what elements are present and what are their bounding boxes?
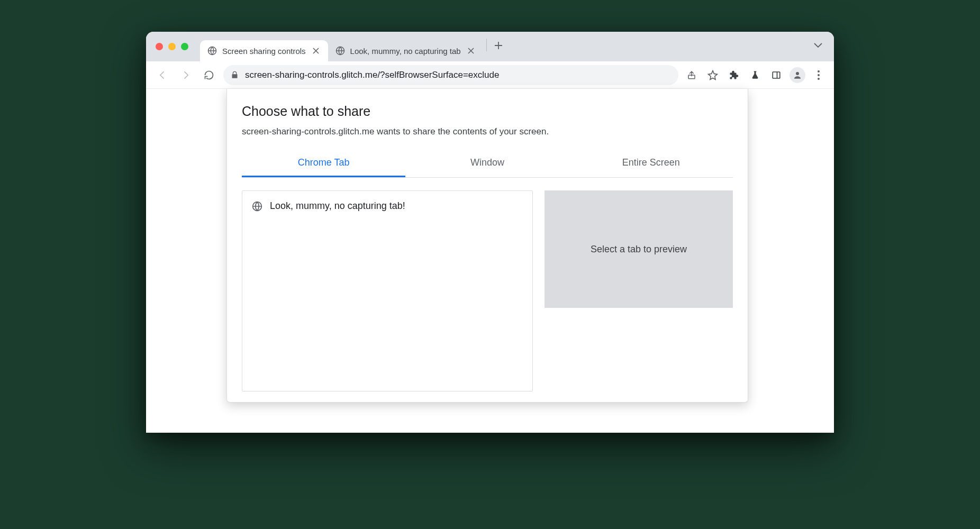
browser-tab-title: Screen sharing controls xyxy=(222,47,306,56)
reload-button[interactable] xyxy=(200,66,218,84)
forward-button[interactable] xyxy=(177,66,195,84)
svg-rect-3 xyxy=(773,72,780,78)
lock-icon xyxy=(231,71,239,79)
labs-icon[interactable] xyxy=(747,67,763,83)
new-tab-button[interactable] xyxy=(490,37,507,54)
profile-avatar[interactable] xyxy=(790,67,805,83)
source-tab-chrome-tab[interactable]: Chrome Tab xyxy=(242,151,405,177)
tab-strip: Screen sharing controls Look, mummy, no … xyxy=(146,32,834,61)
window-maximize-button[interactable] xyxy=(181,43,188,50)
preview-placeholder-text: Select a tab to preview xyxy=(591,244,687,255)
back-button[interactable] xyxy=(153,66,171,84)
globe-icon xyxy=(207,46,217,56)
extensions-icon[interactable] xyxy=(726,67,742,83)
preview-panel: Select a tab to preview xyxy=(545,190,733,308)
window-minimize-button[interactable] xyxy=(168,43,176,50)
address-bar[interactable]: screen-sharing-controls.glitch.me/?selfB… xyxy=(223,65,678,85)
source-type-tabs: Chrome Tab Window Entire Screen xyxy=(242,151,733,178)
source-picker-body: Look, mummy, no capturing tab! Select a … xyxy=(242,178,733,391)
tab-divider xyxy=(486,39,487,51)
share-icon[interactable] xyxy=(684,67,700,83)
source-tab-window[interactable]: Window xyxy=(405,151,569,177)
tab-close-button[interactable] xyxy=(466,46,476,56)
browser-window: Screen sharing controls Look, mummy, no … xyxy=(146,32,834,433)
browser-toolbar: screen-sharing-controls.glitch.me/?selfB… xyxy=(146,61,834,89)
source-tab-entire-screen[interactable]: Entire Screen xyxy=(569,151,733,177)
shareable-tab-item[interactable]: Look, mummy, no capturing tab! xyxy=(251,198,524,214)
tab-close-button[interactable] xyxy=(311,46,321,56)
shareable-tab-title: Look, mummy, no capturing tab! xyxy=(270,200,405,212)
dialog-subtitle: screen-sharing-controls.glitch.me wants … xyxy=(242,126,733,137)
kebab-menu-icon[interactable] xyxy=(811,67,827,83)
svg-point-8 xyxy=(818,78,820,80)
side-panel-icon[interactable] xyxy=(768,67,784,83)
svg-point-7 xyxy=(818,74,820,76)
browser-tab-inactive[interactable]: Look, mummy, no capturing tab xyxy=(328,40,483,61)
shareable-tab-list: Look, mummy, no capturing tab! xyxy=(242,190,533,391)
bookmark-star-icon[interactable] xyxy=(705,67,721,83)
url-text: screen-sharing-controls.glitch.me/?selfB… xyxy=(245,70,671,80)
globe-icon xyxy=(252,201,262,212)
window-controls xyxy=(156,43,188,50)
browser-tab-title: Look, mummy, no capturing tab xyxy=(350,47,461,56)
tab-overflow-button[interactable] xyxy=(814,43,828,48)
globe-icon xyxy=(335,46,345,56)
dialog-title: Choose what to share xyxy=(242,104,733,119)
browser-tab-active[interactable]: Screen sharing controls xyxy=(200,40,328,61)
window-close-button[interactable] xyxy=(156,43,163,50)
screen-share-dialog: Choose what to share screen-sharing-cont… xyxy=(226,89,748,403)
svg-point-6 xyxy=(818,70,820,72)
svg-point-5 xyxy=(796,72,799,75)
browser-viewport: Choose what to share screen-sharing-cont… xyxy=(146,89,834,433)
